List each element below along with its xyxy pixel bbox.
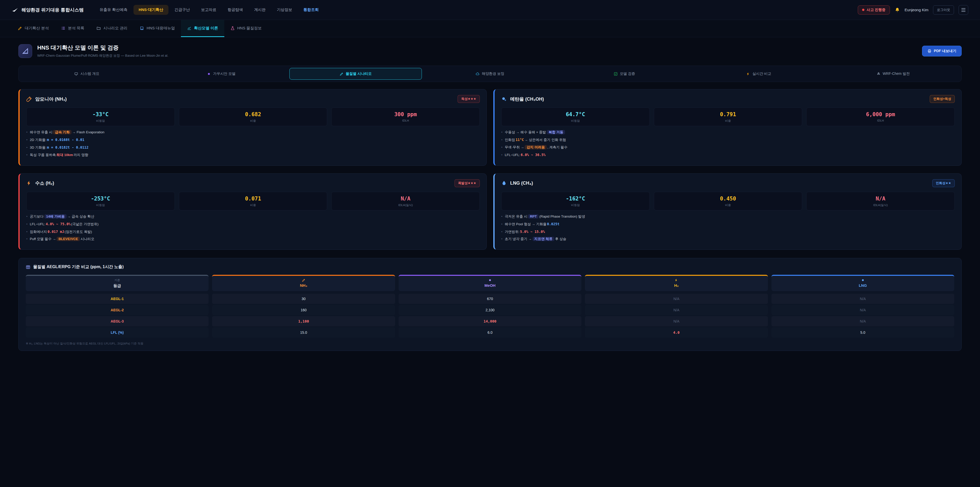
stat-label: IDLH — [331, 119, 479, 122]
section-tab-1[interactable]: 시스템 개요 — [21, 68, 153, 80]
stat-value: 0.682 — [179, 111, 327, 118]
stat-label: 비중 — [654, 203, 802, 207]
stat-value: -253°C — [27, 196, 175, 202]
incident-status-badge[interactable]: 사고 진행중 — [858, 5, 890, 14]
stat-box: N/AIDLH(질식) — [806, 192, 955, 211]
note-text: LFL~UFL: — [505, 153, 520, 157]
main-menu-item-6[interactable]: 게시판 — [249, 5, 271, 15]
card-title: 수소 (H₂) — [35, 180, 54, 186]
card-title: 메탄올 (CH₃OH) — [510, 96, 544, 102]
stat-box: -253°C비등점 — [26, 192, 175, 211]
main-menu-item-8[interactable]: 통합조회 — [298, 5, 324, 15]
cell-value: 160 — [212, 305, 395, 315]
note-highlight: 지표면 체류 — [533, 237, 554, 241]
stat-grid: -253°C비등점0.071비중N/AIDLH(질식) — [26, 192, 480, 211]
hazard-badge: 독성★★★ — [458, 95, 480, 103]
stat-value: -162°C — [501, 196, 649, 202]
subnav-item-4[interactable]: HNS 대응매뉴얼 — [134, 20, 181, 37]
note-text: 해수면 유출 시 — [30, 130, 52, 134]
user-name: Eunjeong Kim — [905, 8, 928, 12]
stat-value: 64.7°C — [501, 111, 649, 118]
substance-card-lng: LNG (CH₄)인화성★★-162°C비등점0.450비중N/AIDLH(질식… — [493, 173, 962, 250]
comparison-footnote: ※ H₂, LNG는 독성이 아닌 질식/인화성 위험으로 AEGL 대신 LF… — [26, 342, 954, 345]
comparison-column-header-2: NH₃ — [212, 275, 395, 291]
section-tab-label: 가우시안 모델 — [213, 72, 235, 76]
note-line: 3D 기화율:m = 0.0182t - 0.0112 — [26, 145, 480, 150]
main-menu-item-1[interactable]: 유출유 확산예측 — [94, 5, 132, 15]
section-tab-bar: 시스템 개요가우시안 모델물질별 시나리오해양환경 보정모델 검증실시간 비교W… — [18, 65, 962, 82]
stat-grid: -162°C비등점0.450비중N/AIDLH(질식) — [501, 192, 955, 211]
stat-box: 0.450비중 — [654, 192, 802, 211]
section-tab-4[interactable]: 해양환경 보정 — [424, 68, 556, 80]
comparison-row-4: LFL (%)15.06.04.05.0 — [26, 327, 954, 338]
stat-label: 비등점 — [501, 119, 649, 123]
stat-value: -33°C — [27, 111, 175, 118]
model-theory-icon — [18, 44, 32, 58]
section-tab-6[interactable]: 실시간 비교 — [693, 68, 825, 80]
pdf-export-button[interactable]: PDF 내보내기 — [922, 46, 962, 56]
note-text: (극넓은 가연범위) — [71, 222, 99, 226]
logout-button[interactable]: 로그아웃 — [933, 5, 954, 14]
column-top-label: 기준 — [115, 278, 120, 282]
subnav-item-5[interactable]: 확산모델 이론 — [181, 20, 224, 37]
monitor-icon — [74, 72, 78, 76]
note-text: 해수면 Pool 형성 → 기화율 — [505, 222, 547, 226]
cell-value: N/A — [585, 294, 768, 304]
section-tab-label: 시스템 개요 — [80, 72, 99, 76]
bolt-icon — [26, 180, 32, 186]
stat-box: 0.071비중 — [179, 192, 328, 211]
subnav-item-label: HNS 대응매뉴얼 — [147, 26, 175, 30]
note-line: 독성 구름 풍하측최대 10km까지 영향 — [26, 152, 480, 158]
stat-box: 0.791비중 — [654, 107, 802, 126]
cell-value: 670 — [399, 294, 581, 304]
bell-icon[interactable] — [894, 7, 900, 13]
column-label: MeOH — [484, 283, 495, 287]
hazard-badge: 인화성+독성 — [930, 95, 955, 103]
main-menu-item-7[interactable]: 기상정보 — [272, 5, 298, 15]
subnav-item-6[interactable]: HNS 물질정보 — [224, 20, 268, 37]
main-menu-item-5[interactable]: 항공탐색 — [223, 5, 248, 15]
note-highlight: 11°C — [515, 138, 524, 142]
main-menu-item-3[interactable]: 긴급구난 — [169, 5, 195, 15]
dot-icon — [861, 278, 865, 282]
subnav-item-1[interactable]: 대기확산 분석 — [12, 20, 55, 37]
section-tab-7[interactable]: WRF-Chem 발전 — [827, 68, 959, 80]
stat-grid: -33°C비등점0.682비중300 ppmIDLH — [26, 107, 480, 126]
card-title: 암모니아 (NH₃) — [35, 96, 67, 102]
cell-value: N/A — [585, 316, 768, 326]
main-menu-item-4[interactable]: 보고자료 — [196, 5, 221, 15]
subnav-item-3[interactable]: 시나리오 관리 — [90, 20, 134, 37]
hamburger-menu-button[interactable] — [959, 5, 968, 15]
note-highlight: 급속 기화 — [53, 130, 72, 134]
molecule-icon — [501, 96, 507, 102]
dot-icon — [488, 278, 492, 282]
comparison-title-row: 물질별 AEGL/ERPG 기준 비교 (ppm, 1시간 노출) — [26, 264, 954, 270]
section-tab-5[interactable]: 모델 검증 — [558, 68, 690, 80]
note-text: , 계측기 필수 — [547, 145, 568, 149]
stat-value: N/A — [331, 196, 479, 202]
subnav-item-2[interactable]: 분석 목록 — [55, 20, 90, 37]
brand[interactable]: 해양환경 위기대응 통합시스템 — [12, 6, 84, 13]
rocket-icon — [877, 72, 880, 76]
section-tab-3[interactable]: 물질별 시나리오 — [290, 68, 422, 80]
note-highlight: RPT — [528, 214, 538, 219]
comparison-column-header-1: 기준등급 — [26, 275, 208, 291]
brand-title: 해양환경 위기대응 통합시스템 — [21, 7, 84, 13]
column-label: LNG — [859, 283, 867, 287]
card-header: 메탄올 (CH₃OH)인화성+독성 — [501, 95, 955, 103]
section-tab-2[interactable]: 가우시안 모델 — [155, 68, 288, 80]
note-text: → 상온에서 증기 인화 위험 — [525, 138, 566, 142]
card-notes: 극저온 유출 시RPT(Rapid Phase Transition) 발생해수… — [501, 214, 955, 242]
comparison-column-header-5: LNG — [772, 275, 954, 291]
card-notes: 해수면 유출 시급속 기화→ Flash Evaporation2D 기화율:m… — [26, 130, 480, 158]
main-menu-item-2[interactable]: HNS·대기확산 — [134, 5, 169, 15]
section-tab-label: 실시간 비교 — [752, 72, 771, 76]
note-text: 까지 영향 — [73, 153, 88, 157]
subnav-item-label: 대기확산 분석 — [25, 26, 49, 30]
stat-value: 0.071 — [179, 196, 327, 202]
note-highlight: 14배 가벼움 — [45, 214, 67, 219]
cell-value: N/A — [772, 316, 954, 326]
chart-line-icon — [187, 26, 191, 30]
cloud-icon — [476, 72, 479, 76]
note-highlight: 0.017 mJ — [48, 230, 64, 234]
